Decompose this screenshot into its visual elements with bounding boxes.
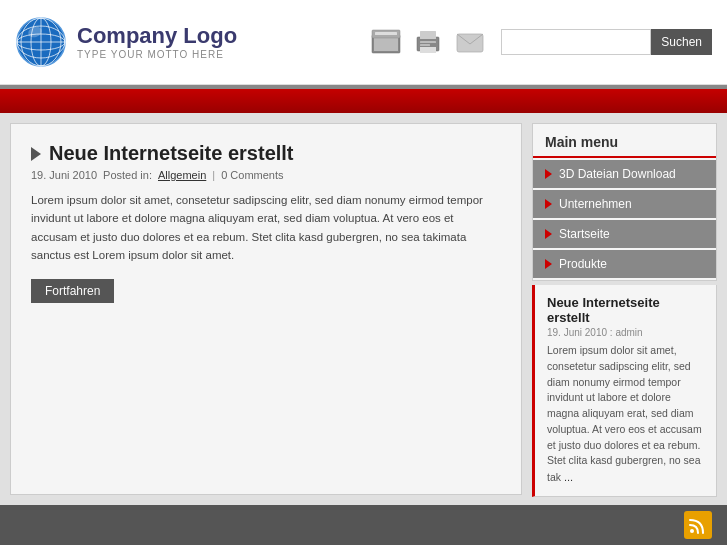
sidebar-post-title: Neue Internetseite erstellt (547, 295, 704, 325)
article-title: Neue Internetseite erstellt (31, 142, 501, 165)
main-menu-box: Main menu 3D Dateian DownloadUnternehmen… (532, 123, 717, 281)
article-body: Lorem ipsum dolor sit amet, consetetur s… (31, 191, 501, 265)
inbox-icon[interactable] (370, 28, 402, 56)
posted-in-label: Posted in: (103, 169, 152, 181)
menu-item-label: Startseite (559, 227, 610, 241)
motto: TYPE YOUR MOTTO HERE (77, 49, 237, 60)
search-area: Suchen (501, 29, 712, 55)
play-icon (31, 147, 41, 161)
article-heading: Neue Internetseite erstellt (49, 142, 294, 165)
article-category[interactable]: Allgemein (158, 169, 206, 181)
sidebar-post-more: ... (564, 471, 573, 483)
search-input[interactable] (501, 29, 651, 55)
article-date: 19. Juni 2010 (31, 169, 97, 181)
sidebar-post: Neue Internetseite erstellt 19. Juni 201… (532, 285, 717, 497)
printer-icon[interactable] (412, 28, 444, 56)
menu-item-label: Unternehmen (559, 197, 632, 211)
menu-item-label: Produkte (559, 257, 607, 271)
svg-rect-15 (420, 44, 430, 46)
sidebar-post-meta: 19. Juni 2010 : admin (547, 327, 704, 338)
svg-rect-17 (420, 47, 436, 53)
menu-item[interactable]: Unternehmen (533, 190, 716, 218)
mail-icon[interactable] (454, 28, 486, 56)
menu-item-label: 3D Dateian Download (559, 167, 676, 181)
main-menu-title: Main menu (533, 124, 716, 158)
menu-item[interactable]: 3D Dateian Download (533, 160, 716, 188)
menu-arrow-icon (545, 229, 552, 239)
search-button[interactable]: Suchen (651, 29, 712, 55)
article-meta: 19. Juni 2010 Posted in: Allgemein | 0 C… (31, 169, 501, 181)
menu-arrow-icon (545, 259, 552, 269)
svg-rect-12 (375, 32, 397, 35)
sidebar: Main menu 3D Dateian DownloadUnternehmen… (532, 123, 717, 495)
footer (0, 505, 727, 545)
menu-item[interactable]: Produkte (533, 250, 716, 278)
svg-point-19 (690, 529, 694, 533)
svg-rect-14 (420, 41, 436, 43)
separator: | (212, 169, 215, 181)
svg-rect-10 (374, 37, 398, 51)
header-icons (370, 28, 486, 56)
company-name: Company Logo (77, 24, 237, 48)
article-content: Neue Internetseite erstellt 19. Juni 201… (10, 123, 522, 495)
svg-rect-16 (420, 31, 436, 39)
header: Company Logo TYPE YOUR MOTTO HERE (0, 0, 727, 85)
sidebar-post-body: Lorem ipsum dolor sit amet, consetetur s… (547, 343, 704, 486)
sidebar-post-text: Lorem ipsum dolor sit amet, consetetur s… (547, 344, 702, 483)
red-bar (0, 85, 727, 113)
read-more-button[interactable]: Fortfahren (31, 279, 114, 303)
logo-text: Company Logo TYPE YOUR MOTTO HERE (77, 24, 237, 59)
menu-arrow-icon (545, 169, 552, 179)
menu-arrow-icon (545, 199, 552, 209)
main-content: Neue Internetseite erstellt 19. Juni 201… (0, 113, 727, 505)
menu-item[interactable]: Startseite (533, 220, 716, 248)
rss-icon[interactable] (684, 511, 712, 539)
menu-items: 3D Dateian DownloadUnternehmenStartseite… (533, 160, 716, 278)
comments-count: 0 Comments (221, 169, 283, 181)
logo-area: Company Logo TYPE YOUR MOTTO HERE (15, 16, 370, 68)
globe-icon (15, 16, 67, 68)
